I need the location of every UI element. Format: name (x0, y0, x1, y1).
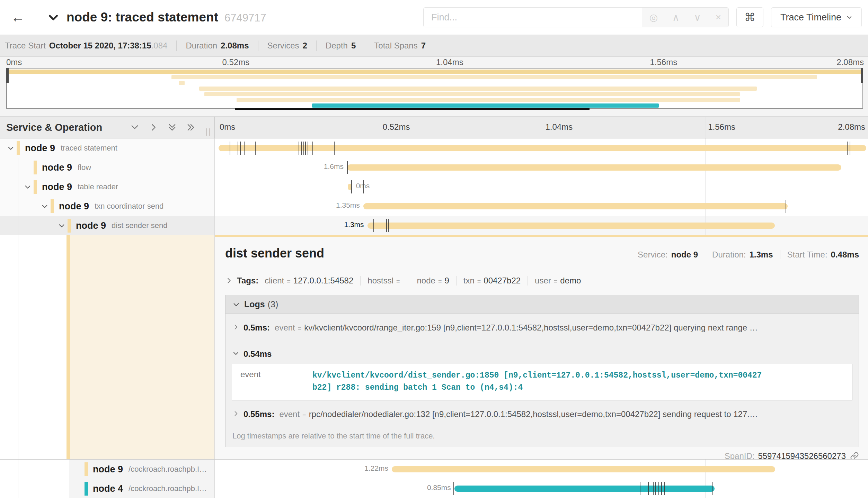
span-row[interactable]: node 4/cockroach.roachpb.I…0.85ms (0, 479, 868, 498)
service-color-bar (68, 219, 71, 233)
span-row-chevron-icon[interactable] (58, 222, 65, 229)
column-resizer-handle[interactable]: || (206, 127, 212, 136)
span-duration-bar[interactable] (348, 184, 351, 190)
span-timeline-cell[interactable]: 1.3ms (215, 216, 868, 235)
tree-indent-guide (18, 197, 18, 216)
separator (365, 40, 365, 51)
log-row-2-expanded[interactable]: 0.54ms (225, 340, 859, 364)
expand-all-icon[interactable] (186, 123, 196, 132)
span-tree-cell[interactable]: node 9txn coordinator send (0, 197, 215, 216)
service-operation-header: Service & Operation || (0, 117, 215, 138)
expand-one-icon[interactable] (149, 123, 158, 132)
logs-title: Logs (244, 299, 265, 309)
minimap-span-bar (312, 103, 659, 108)
span-row-chevron-icon[interactable] (41, 202, 48, 210)
minimap-right-scrubber[interactable] (861, 68, 863, 83)
span-timeline-cell[interactable]: 1.22ms (215, 460, 868, 479)
stat-label: Duration (186, 41, 217, 50)
log-row-3[interactable]: 0.55ms: event = rpc/nodedialer/nodediale… (225, 400, 859, 427)
locate-icon[interactable]: ◎ (649, 12, 658, 23)
span-tree-cell[interactable]: node 9dist sender send (0, 216, 215, 235)
log-field-value: kv/kvclient/kvcoord/dist_sender.go:1850 … (312, 370, 763, 394)
prev-match-icon[interactable]: ∧ (672, 12, 680, 23)
span-row-chevron-icon[interactable] (7, 144, 15, 152)
detail-info-label: Duration: (712, 250, 746, 260)
span-timeline-cell[interactable]: 1.6ms (215, 158, 868, 177)
clear-search-icon[interactable]: × (716, 12, 721, 23)
collapse-one-icon[interactable] (130, 123, 140, 132)
trace-view-selector[interactable]: Trace Timeline (771, 7, 862, 27)
span-row[interactable]: node 9flow1.6ms (0, 158, 868, 177)
span-row[interactable]: node 9table reader0ms (0, 177, 868, 197)
span-id-value: 5597415943526560273 (758, 451, 846, 459)
minimap-canvas[interactable] (6, 68, 863, 109)
timeline-gridline (380, 117, 380, 138)
minimap-viewport-indicator[interactable] (235, 108, 590, 110)
back-arrow-icon: ← (11, 10, 25, 25)
span-row[interactable]: node 9/cockroach.roachpb.I…1.22ms (0, 460, 868, 479)
collapse-all-icon[interactable] (167, 123, 177, 132)
span-row[interactable]: node 9txn coordinator send1.35ms (0, 197, 868, 216)
stat-label: Depth (326, 41, 348, 50)
service-name: node 9 (59, 201, 89, 212)
log-marker-tick (712, 482, 713, 495)
span-row[interactable]: node 9traced statement (0, 138, 868, 158)
span-duration-bar[interactable] (363, 203, 788, 209)
top-bar-actions: ◎ ∧ ∨ × ⌘ Trace Timeline (423, 7, 862, 27)
next-match-icon[interactable]: ∨ (694, 12, 701, 23)
span-timeline-cell[interactable] (215, 138, 868, 158)
service-color-bar (85, 462, 88, 476)
span-tree-cell[interactable]: node 9table reader (0, 177, 215, 197)
log-marker-tick (664, 482, 665, 495)
equals-sign: = (302, 411, 306, 419)
span-row[interactable]: node 9dist sender send1.3ms (0, 216, 868, 235)
span-tree-cell[interactable]: node 9traced statement (0, 138, 215, 158)
stat-value: October 15 2020, 17:38:15 (49, 41, 151, 50)
span-tree-cell[interactable]: node 4/cockroach.roachpb.I… (0, 479, 215, 498)
operation-name: traced statement (61, 144, 117, 153)
link-icon[interactable] (850, 452, 859, 459)
tags-section[interactable]: Tags: client=127.0.0.1:54582hostssl=node… (225, 274, 859, 287)
tag-item: user=demo (528, 276, 588, 286)
span-duration-bar[interactable] (219, 145, 867, 151)
log-marker-tick (453, 482, 454, 495)
keyboard-shortcuts-button[interactable]: ⌘ (736, 7, 763, 27)
timeline-axis-tick: 1.04ms (546, 122, 573, 132)
find-input[interactable] (424, 8, 642, 27)
span-tree-cell[interactable]: node 9flow (0, 158, 215, 177)
tree-indent-guide (52, 460, 52, 479)
span-detail-header: dist sender send Service:node 9Duration:… (225, 246, 859, 261)
collapse-trace-chevron-icon[interactable] (47, 11, 60, 24)
log-marker-tick (303, 142, 304, 155)
minimap-axis-tick: 1.04ms (436, 57, 463, 67)
tree-indent-guide (18, 216, 18, 235)
equals-sign: = (554, 278, 558, 285)
span-timeline-cell[interactable]: 0.85ms (215, 479, 868, 498)
minimap-left-scrubber[interactable] (6, 68, 9, 83)
minimap-span-bar (171, 75, 817, 79)
span-duration-bar[interactable] (367, 223, 775, 229)
minimap-axis: 0ms0.52ms1.04ms1.56ms2.08ms (0, 57, 868, 67)
log-marker-tick (299, 142, 299, 155)
trace-id: 6749717 (224, 12, 266, 24)
service-color-bar (34, 161, 37, 174)
selected-span-highlight (70, 235, 214, 459)
span-tree-cell[interactable]: node 9/cockroach.roachpb.I… (0, 460, 215, 479)
span-duration-label: 1.35ms (215, 201, 360, 209)
span-timeline-cell[interactable]: 1.35ms (215, 197, 868, 216)
timeline-axis-tick: 2.08ms (838, 122, 865, 132)
log-marker-tick (388, 219, 389, 232)
chevron-down-icon (846, 14, 852, 20)
find-controls: ◎ ∧ ∨ × (642, 8, 728, 27)
span-duration-label: 1.6ms (215, 162, 344, 171)
span-duration-bar[interactable] (392, 466, 775, 472)
service-operation-title: Service & Operation (6, 122, 102, 133)
span-row-chevron-icon[interactable] (24, 183, 32, 191)
logs-header[interactable]: Logs (3) (225, 295, 859, 314)
back-button[interactable]: ← (0, 0, 36, 35)
span-duration-bar[interactable] (454, 486, 715, 492)
log-row-1[interactable]: 0.5ms: event = kv/kvclient/kvcoord/range… (225, 314, 859, 340)
span-timeline-cell[interactable]: 0ms (215, 177, 868, 197)
span-duration-bar[interactable] (347, 164, 841, 171)
log-marker-tick (351, 180, 352, 193)
